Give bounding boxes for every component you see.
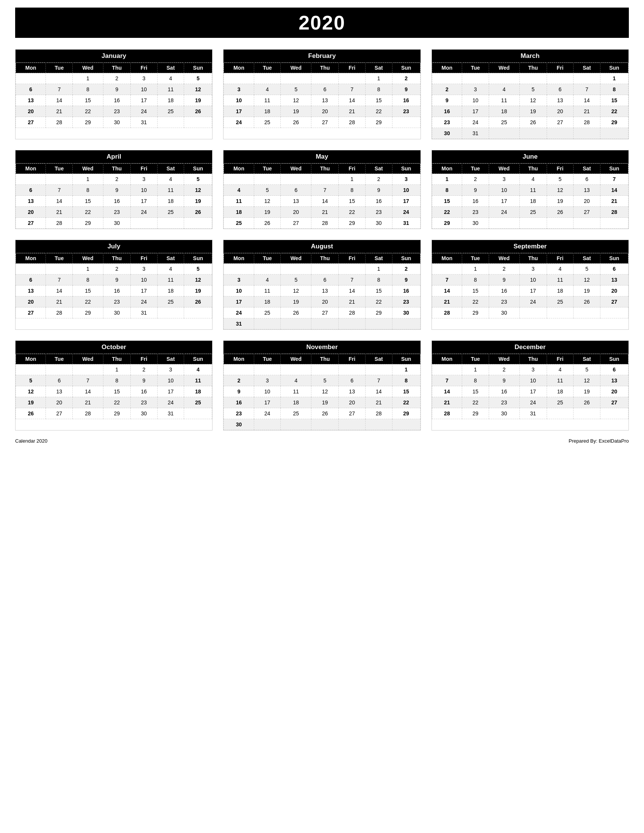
cal-cell — [73, 364, 103, 375]
cal-cell — [157, 307, 184, 318]
cal-cell: 22 — [600, 106, 628, 117]
cal-cell: 24 — [462, 117, 489, 128]
cal-cell: 6 — [600, 264, 628, 275]
cal-cell: 7 — [432, 275, 462, 286]
cal-cell: 27 — [600, 397, 628, 408]
day-header-thu: Thu — [311, 354, 339, 364]
cal-cell: 21 — [311, 207, 339, 218]
footer-right: Prepared By: ExcelDataPro — [568, 438, 629, 444]
cal-cell: 26 — [254, 218, 281, 229]
cal-cell: 8 — [339, 185, 365, 196]
cal-cell: 3 — [489, 174, 519, 185]
cal-cell: 1 — [103, 364, 130, 375]
cal-cell: 13 — [46, 386, 73, 397]
cal-cell — [16, 174, 46, 185]
cal-cell: 3 — [462, 84, 489, 95]
cal-cell: 15 — [392, 386, 420, 397]
cal-cell: 8 — [73, 84, 103, 95]
cal-cell: 20 — [16, 106, 46, 117]
cal-cell: 10 — [224, 286, 254, 296]
cal-cell: 2 — [365, 174, 392, 185]
day-header-sat: Sat — [365, 164, 392, 174]
day-header-thu: Thu — [519, 354, 547, 364]
cal-cell: 3 — [131, 174, 158, 185]
day-header-sat: Sat — [365, 354, 392, 364]
cal-cell — [489, 128, 519, 139]
cal-cell: 10 — [131, 84, 158, 95]
cal-cell — [184, 408, 212, 419]
cal-cell: 8 — [365, 275, 392, 286]
cal-cell: 30 — [365, 218, 392, 229]
cal-cell: 9 — [489, 375, 519, 386]
cal-cell — [600, 408, 628, 419]
cal-cell — [547, 307, 573, 318]
day-header-tue: Tue — [254, 354, 281, 364]
cal-cell: 20 — [311, 296, 339, 307]
cal-cell — [392, 419, 420, 430]
cal-cell: 5 — [184, 174, 212, 185]
cal-cell: 23 — [224, 408, 254, 419]
day-header-wed: Wed — [281, 354, 311, 364]
day-header-wed: Wed — [73, 253, 103, 264]
year-title: 2020 — [15, 8, 629, 38]
day-header-sun: Sun — [184, 164, 212, 174]
cal-cell: 12 — [16, 386, 46, 397]
cal-cell — [339, 73, 365, 84]
cal-cell: 20 — [547, 106, 573, 117]
cal-cell: 24 — [224, 117, 254, 128]
cal-cell — [224, 73, 254, 84]
day-header-mon: Mon — [432, 63, 462, 73]
month-title-march: March — [432, 50, 628, 63]
cal-cell: 6 — [311, 84, 339, 95]
cal-cell: 6 — [600, 364, 628, 375]
cal-cell: 18 — [254, 106, 281, 117]
day-header-wed: Wed — [73, 63, 103, 73]
cal-cell — [16, 364, 46, 375]
cal-cell: 17 — [157, 386, 184, 397]
cal-cell: 8 — [462, 375, 489, 386]
cal-cell: 18 — [281, 397, 311, 408]
cal-cell: 29 — [73, 218, 103, 229]
cal-cell: 15 — [73, 95, 103, 106]
cal-cell: 31 — [392, 218, 420, 229]
cal-cell: 15 — [339, 196, 365, 207]
day-header-mon: Mon — [432, 164, 462, 174]
cal-cell: 30 — [489, 408, 519, 419]
cal-cell — [157, 218, 184, 229]
cal-cell: 25 — [157, 207, 184, 218]
cal-cell: 16 — [103, 196, 130, 207]
cal-cell: 24 — [131, 296, 158, 307]
cal-cell: 16 — [392, 95, 420, 106]
cal-cell: 11 — [281, 386, 311, 397]
cal-cell: 15 — [462, 286, 489, 296]
cal-cell: 20 — [16, 207, 46, 218]
day-header-thu: Thu — [519, 164, 547, 174]
day-header-sat: Sat — [573, 63, 601, 73]
cal-cell: 11 — [157, 275, 184, 286]
cal-cell: 27 — [46, 408, 73, 419]
month-january: JanuaryMonTueWedThuFriSatSun123456789101… — [15, 49, 213, 139]
cal-cell: 8 — [103, 375, 130, 386]
cal-cell: 30 — [462, 218, 489, 229]
cal-cell: 6 — [573, 174, 601, 185]
cal-cell: 23 — [103, 296, 130, 307]
cal-table-march: MonTueWedThuFriSatSun1234567891011121314… — [432, 63, 628, 139]
cal-cell — [573, 73, 601, 84]
cal-cell: 23 — [489, 296, 519, 307]
cal-cell: 8 — [365, 84, 392, 95]
cal-cell: 3 — [254, 375, 281, 386]
day-header-thu: Thu — [103, 354, 130, 364]
cal-cell: 21 — [365, 397, 392, 408]
cal-cell: 28 — [600, 207, 628, 218]
cal-cell: 10 — [392, 185, 420, 196]
cal-cell — [254, 264, 281, 275]
cal-cell: 9 — [489, 275, 519, 286]
cal-cell: 19 — [573, 386, 601, 397]
cal-cell — [519, 307, 547, 318]
cal-cell — [254, 364, 281, 375]
cal-cell — [311, 419, 339, 430]
cal-cell: 19 — [184, 286, 212, 296]
cal-cell: 26 — [519, 117, 547, 128]
cal-cell: 4 — [157, 264, 184, 275]
cal-cell — [46, 364, 73, 375]
